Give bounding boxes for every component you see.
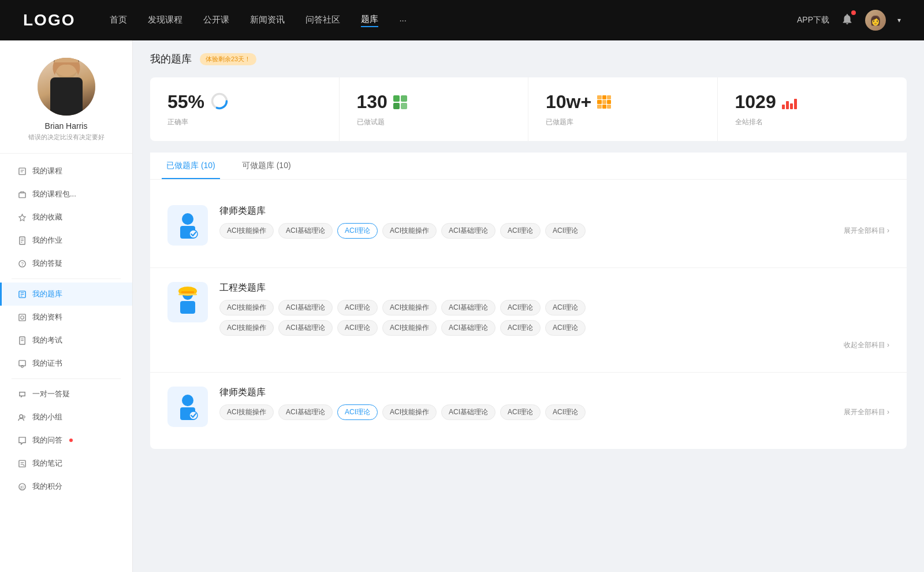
page-title: 我的题库 — [150, 52, 192, 66]
stat-done-banks: 10w+ 已做题库 — [528, 77, 718, 141]
sidebar-item-answerq[interactable]: ? 我的答疑 — [0, 252, 132, 275]
grid-cell-2 — [401, 95, 407, 102]
nav-qa[interactable]: 问答社区 — [305, 14, 340, 27]
sidebar-item-favorites[interactable]: 我的收藏 — [0, 206, 132, 229]
tag-2-r1-0[interactable]: ACI技能操作 — [219, 300, 274, 315]
main-layout: Brian Harris 错误的决定比没有决定要好 我的课程 我的课程包... — [0, 40, 924, 572]
expand-col-1: 展开全部科目 › — [838, 224, 889, 238]
tag-2-r2-1[interactable]: ACI基础理论 — [278, 320, 333, 336]
sidebar-divider-2 — [12, 378, 121, 379]
tag-1-5[interactable]: ACI理论 — [500, 223, 541, 239]
logo: LOGO — [23, 11, 75, 29]
nav-qbank[interactable]: 题库 — [361, 14, 378, 27]
sidebar-divider-1 — [12, 278, 121, 279]
homework-icon — [17, 236, 27, 245]
sidebar-item-material[interactable]: 我的资料 — [0, 306, 132, 329]
stat-accuracy: 55% 正确率 — [150, 77, 340, 141]
grid-cell-1 — [393, 95, 400, 102]
tag-2-r2-3[interactable]: ACI技能操作 — [382, 320, 437, 336]
stat-banks-top: 10w+ — [546, 91, 700, 113]
top-navigation: LOGO 首页 发现课程 公开课 新闻资讯 问答社区 题库 ··· APP下载 … — [0, 0, 924, 40]
tag-2-r1-1[interactable]: ACI基础理论 — [278, 300, 333, 315]
svg-rect-46 — [178, 294, 197, 295]
nav-more[interactable]: ··· — [399, 15, 407, 26]
stat-accuracy-label: 正确率 — [167, 117, 322, 127]
collapse-link[interactable]: 收起全部科目 › — [219, 340, 889, 350]
tab-available-banks[interactable]: 可做题库 (10) — [237, 153, 296, 179]
tab-done-banks[interactable]: 已做题库 (10) — [162, 153, 220, 179]
sidebar-nav: 我的课程 我的课程包... 我的收藏 我的作业 — [0, 159, 132, 498]
sidebar-item-oneone[interactable]: 一对一答疑 — [0, 382, 132, 406]
sidebar-item-package[interactable]: 我的课程包... — [0, 183, 132, 206]
expand-link-3[interactable]: 展开全部科目 › — [844, 405, 889, 419]
tag-1-2[interactable]: ACI理论 — [337, 223, 378, 239]
tag-2-r1-6[interactable]: ACI理论 — [545, 300, 586, 315]
tag-2-r1-2[interactable]: ACI理论 — [337, 300, 378, 315]
qbank-header-2: 工程类题库 ACI技能操作 ACI基础理论 ACI理论 ACI技能操作 ACI基… — [167, 282, 889, 350]
nav-menu: 首页 发现课程 公开课 新闻资讯 问答社区 题库 ··· — [110, 14, 797, 27]
sidebar-label-package: 我的课程包... — [32, 189, 76, 199]
svg-point-22 — [20, 315, 24, 319]
qbank-header-3: 律师类题库 ACI技能操作 ACI基础理论 ACI理论 ACI技能操作 ACI基… — [167, 387, 889, 427]
orange-icon — [597, 95, 611, 109]
qbank-icon — [17, 289, 27, 299]
tag-2-r2-4[interactable]: ACI基础理论 — [441, 320, 495, 336]
tag-3-6[interactable]: ACI理论 — [545, 404, 586, 420]
sidebar-item-points[interactable]: 积 我的积分 — [0, 475, 132, 498]
stat-ranking-value: 1029 — [735, 91, 776, 113]
sidebar-item-group[interactable]: 我的小组 — [0, 406, 132, 429]
tag-3-5[interactable]: ACI理论 — [500, 404, 541, 420]
sidebar-item-qbank[interactable]: 我的题库 — [0, 283, 132, 306]
tags-row1-engineer: ACI技能操作 ACI基础理论 ACI理论 ACI技能操作 ACI基础理论 AC… — [219, 300, 889, 315]
tag-2-r2-6[interactable]: ACI理论 — [545, 320, 586, 336]
tag-3-3[interactable]: ACI技能操作 — [382, 404, 437, 420]
sidebar-item-cert[interactable]: 我的证书 — [0, 352, 132, 375]
stat-done-top: 130 — [357, 91, 511, 113]
tag-3-1[interactable]: ACI基础理论 — [278, 404, 333, 420]
orange-cell-8 — [602, 105, 606, 109]
user-menu-chevron[interactable]: ▾ — [897, 16, 901, 24]
chart-icon — [782, 95, 797, 109]
tag-3-2[interactable]: ACI理论 — [337, 404, 378, 420]
nav-discover[interactable]: 发现课程 — [148, 14, 182, 27]
tag-1-3[interactable]: ACI技能操作 — [382, 223, 437, 239]
tag-3-4[interactable]: ACI基础理论 — [441, 404, 495, 420]
user-avatar[interactable]: 👩 — [865, 10, 886, 31]
sidebar-item-qa[interactable]: 我的问答 — [0, 429, 132, 452]
tag-1-4[interactable]: ACI基础理论 — [441, 223, 495, 239]
tag-3-0[interactable]: ACI技能操作 — [219, 404, 274, 420]
nav-mooc[interactable]: 公开课 — [203, 14, 229, 27]
orange-cell-3 — [607, 95, 611, 99]
tags-expand-1: ACI技能操作 ACI基础理论 ACI理论 ACI技能操作 ACI基础理论 AC… — [219, 223, 889, 239]
tag-1-0[interactable]: ACI技能操作 — [219, 223, 274, 239]
sidebar-item-notes[interactable]: 我的笔记 — [0, 452, 132, 475]
exam-icon — [17, 336, 27, 345]
qbank-content-3: 律师类题库 ACI技能操作 ACI基础理论 ACI理论 ACI技能操作 ACI基… — [219, 387, 889, 420]
app-download-button[interactable]: APP下载 — [797, 15, 829, 25]
tag-2-r2-2[interactable]: ACI理论 — [337, 320, 378, 336]
stat-ranking-label: 全站排名 — [735, 117, 890, 127]
sidebar-label-favorites: 我的收藏 — [32, 212, 62, 222]
tag-2-r1-4[interactable]: ACI基础理论 — [441, 300, 495, 315]
nav-home[interactable]: 首页 — [110, 14, 127, 27]
material-icon — [17, 313, 27, 322]
expand-link-1[interactable]: 展开全部科目 › — [844, 224, 889, 238]
qbank-card-lawyer-1: 律师类题库 ACI技能操作 ACI基础理论 ACI理论 ACI技能操作 ACI基… — [150, 191, 907, 268]
nav-right: APP下载 👩 ▾ — [797, 10, 901, 31]
tag-2-r2-5[interactable]: ACI理论 — [500, 320, 541, 336]
orange-cell-2 — [602, 95, 606, 99]
stat-accuracy-top: 55% — [167, 91, 322, 113]
sidebar-item-homework[interactable]: 我的作业 — [0, 229, 132, 252]
tag-1-1[interactable]: ACI基础理论 — [278, 223, 333, 239]
sidebar-label-group: 我的小组 — [32, 412, 62, 422]
tag-2-r2-0[interactable]: ACI技能操作 — [219, 320, 274, 336]
sidebar-item-course[interactable]: 我的课程 — [0, 159, 132, 183]
qbank-header-1: 律师类题库 ACI技能操作 ACI基础理论 ACI理论 ACI技能操作 ACI基… — [167, 205, 889, 246]
qbank-card-engineer: 工程类题库 ACI技能操作 ACI基础理论 ACI理论 ACI技能操作 ACI基… — [150, 268, 907, 373]
tag-1-6[interactable]: ACI理论 — [545, 223, 586, 239]
nav-news[interactable]: 新闻资讯 — [250, 14, 285, 27]
notification-bell[interactable] — [841, 13, 854, 28]
tag-2-r1-3[interactable]: ACI技能操作 — [382, 300, 437, 315]
sidebar-item-exam[interactable]: 我的考试 — [0, 329, 132, 352]
tag-2-r1-5[interactable]: ACI理论 — [500, 300, 541, 315]
